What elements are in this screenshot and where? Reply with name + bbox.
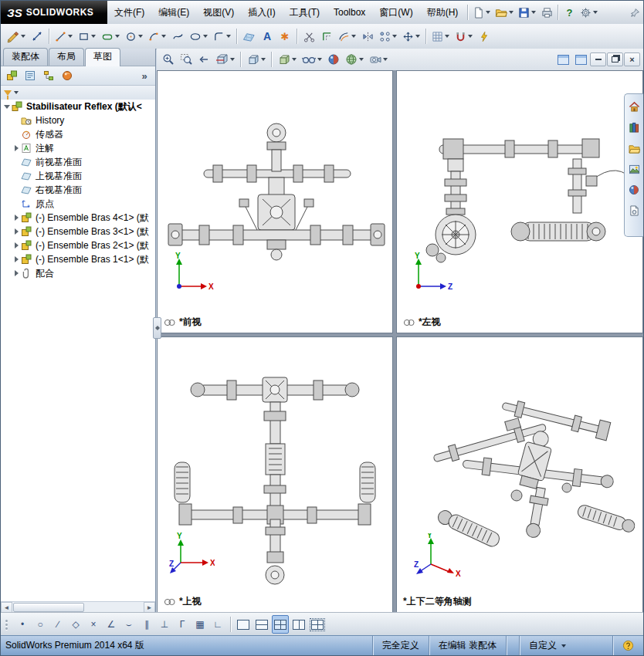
- expand-icon[interactable]: [12, 145, 21, 151]
- viewport-layout-four-button[interactable]: [272, 615, 289, 634]
- options-button[interactable]: [578, 3, 600, 22]
- convert-entities-button[interactable]: [318, 27, 335, 46]
- quick-tips-button[interactable]: [612, 636, 643, 655]
- scroll-left-button[interactable]: ◄: [1, 602, 12, 613]
- expand-icon[interactable]: [12, 215, 21, 221]
- tree-item-plane[interactable]: 上视基准面: [1, 169, 155, 183]
- snap-points-button[interactable]: •: [14, 615, 31, 634]
- offset-entities-button[interactable]: [336, 27, 358, 46]
- featuremanager-tab-button[interactable]: [3, 66, 20, 85]
- open-document-button[interactable]: [493, 3, 516, 22]
- tree-item-sensors[interactable]: 传感器: [1, 127, 155, 141]
- viewport-top[interactable]: Y X Z *上视: [157, 336, 393, 613]
- move-entities-button[interactable]: [400, 27, 422, 46]
- panel-horizontal-scrollbar[interactable]: ◄ ►: [1, 601, 155, 613]
- rectangle-tool-button[interactable]: [76, 27, 98, 46]
- snap-midpoints-button[interactable]: ∕: [49, 615, 66, 634]
- tile-windows-button[interactable]: [572, 50, 589, 69]
- smart-dimension-button[interactable]: [29, 27, 46, 46]
- viewport-layout-single-button[interactable]: [235, 615, 252, 634]
- point-tool-button[interactable]: ✱: [276, 27, 293, 46]
- collapse-icon[interactable]: [4, 102, 10, 111]
- menu-item[interactable]: 视图(V): [196, 2, 241, 24]
- expand-icon[interactable]: [12, 242, 21, 249]
- pin-toolbar-button[interactable]: [626, 3, 643, 22]
- view-palette-button[interactable]: [625, 160, 642, 178]
- circle-tool-button[interactable]: [123, 27, 145, 46]
- snap-perpendicular-button[interactable]: ⊥: [156, 615, 173, 634]
- plane-tool-button[interactable]: [240, 27, 258, 46]
- tree-filter-bar[interactable]: [1, 86, 155, 100]
- save-button[interactable]: [516, 3, 538, 22]
- custom-units-dropdown[interactable]: 自定义: [519, 636, 612, 655]
- tree-item-history[interactable]: History: [1, 113, 155, 127]
- tree-item-component[interactable]: (-) Ensemble Bras 3<1> (默: [1, 225, 155, 238]
- snap-tangent-button[interactable]: ⌣: [120, 615, 137, 634]
- tree-item-component[interactable]: (-) Ensemble Bras 2<1> (默: [1, 238, 155, 252]
- snap-parallel-button[interactable]: ∥: [138, 615, 155, 634]
- new-window-button[interactable]: [554, 50, 571, 69]
- snap-intersections-button[interactable]: ×: [85, 615, 102, 634]
- snap-angle-button[interactable]: ∠: [103, 615, 120, 634]
- menu-item[interactable]: 编辑(E): [151, 2, 196, 24]
- expand-icon[interactable]: [12, 256, 21, 262]
- menu-item[interactable]: 文件(F): [107, 2, 151, 24]
- display-grid-button[interactable]: [429, 27, 452, 46]
- arc-tool-button[interactable]: [146, 27, 168, 46]
- spline-tool-button[interactable]: [169, 27, 186, 46]
- tree-root-item[interactable]: Stabilisateur Reflex (默认<: [1, 100, 155, 113]
- menu-item[interactable]: Toolbox: [327, 2, 372, 24]
- toolbar-grip[interactable]: [5, 620, 8, 630]
- expand-icon[interactable]: [12, 228, 21, 235]
- tree-item-plane[interactable]: 右视基准面: [1, 183, 155, 197]
- quick-snaps-button[interactable]: [452, 27, 475, 46]
- snap-grid-button[interactable]: ▦: [192, 615, 208, 634]
- line-tool-button[interactable]: [53, 27, 75, 46]
- print-button[interactable]: [538, 3, 555, 22]
- tree-item-component[interactable]: (-) Ensemble Bras 1<1> (默: [1, 252, 155, 266]
- tree-item-component[interactable]: (-) Ensemble Bras 4<1> (默: [1, 211, 155, 225]
- panel-overflow-button[interactable]: »: [136, 66, 153, 85]
- menu-item[interactable]: 工具(T): [283, 2, 327, 24]
- scrollbar-thumb[interactable]: [13, 603, 84, 612]
- trim-entities-button[interactable]: [300, 27, 317, 46]
- propertymanager-tab-button[interactable]: [22, 66, 39, 85]
- document-restore-button[interactable]: [607, 52, 623, 66]
- appearances-scenes-button[interactable]: [625, 181, 642, 199]
- tree-item-mates[interactable]: 配合: [1, 266, 155, 280]
- viewport-left[interactable]: Y Z *左视: [396, 70, 643, 333]
- viewport-isometric[interactable]: Y X Z *上下二等角轴测: [396, 336, 643, 613]
- previous-view-button[interactable]: [195, 50, 212, 69]
- viewport-layout-two-vertical-button[interactable]: [290, 615, 307, 634]
- panel-splitter-handle[interactable]: [153, 317, 161, 339]
- slot-tool-button[interactable]: [99, 27, 122, 46]
- configurationmanager-tab-button[interactable]: [40, 66, 57, 85]
- view-settings-button[interactable]: [367, 50, 390, 69]
- file-explorer-button[interactable]: [625, 139, 642, 157]
- sketch-button[interactable]: [4, 27, 28, 46]
- command-tab[interactable]: 草图: [85, 48, 120, 66]
- custom-properties-button[interactable]: [625, 201, 642, 220]
- mirror-entities-button[interactable]: [359, 27, 376, 46]
- command-tab[interactable]: 布局: [49, 48, 84, 66]
- viewport-front[interactable]: Y X *前视: [157, 70, 393, 333]
- scroll-right-button[interactable]: ►: [144, 602, 155, 613]
- instant-2d-button[interactable]: [476, 27, 493, 46]
- new-document-button[interactable]: [470, 3, 493, 22]
- snap-hv-lines-button[interactable]: Γ: [174, 615, 191, 634]
- help-button[interactable]: ?: [561, 3, 578, 22]
- tree-item-origin[interactable]: 原点: [1, 197, 155, 211]
- viewport-layout-link-button[interactable]: [309, 615, 326, 634]
- sketch-fillet-button[interactable]: [211, 27, 233, 46]
- hide-show-items-button[interactable]: [300, 50, 324, 69]
- edit-appearance-button[interactable]: [325, 50, 342, 69]
- displaymanager-tab-button[interactable]: [59, 66, 76, 85]
- view-orientation-button[interactable]: [244, 50, 268, 69]
- linear-sketch-pattern-button[interactable]: [377, 27, 399, 46]
- command-tab[interactable]: 装配体: [3, 48, 48, 66]
- document-minimize-button[interactable]: [590, 52, 606, 66]
- design-library-button[interactable]: [625, 118, 642, 137]
- section-view-button[interactable]: [213, 50, 237, 69]
- zoom-to-fit-button[interactable]: [160, 50, 177, 69]
- snap-center-points-button[interactable]: ○: [32, 615, 49, 634]
